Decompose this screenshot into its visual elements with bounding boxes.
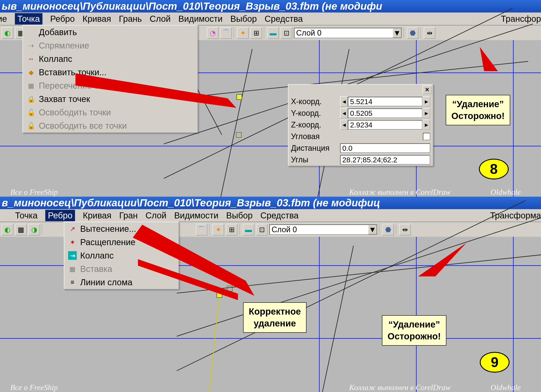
y-input[interactable]: 0.5205 bbox=[348, 109, 422, 118]
menu-lock-points[interactable]: 🔒Захват точек bbox=[23, 92, 198, 106]
layer-dropdown[interactable]: Слой 0 ▼ bbox=[294, 28, 402, 38]
dropdown-chevron-icon[interactable]: ▼ bbox=[393, 28, 401, 38]
delete-icon[interactable]: ⬣ bbox=[407, 27, 419, 39]
tool-icon[interactable]: ⌒ bbox=[196, 224, 207, 235]
tool-icon[interactable]: ⊞ bbox=[226, 224, 238, 235]
distance-value: 0.0 bbox=[340, 143, 430, 153]
tool-icon[interactable]: ▬ bbox=[267, 27, 279, 39]
collapse-icon: ↔ bbox=[27, 55, 35, 63]
tool-icon[interactable]: ◐ bbox=[2, 27, 13, 39]
distance-label: Дистанция bbox=[291, 144, 338, 153]
menu-split[interactable]: ✶Расщепление bbox=[64, 235, 178, 249]
tool-icon[interactable]: ▬ bbox=[243, 224, 254, 235]
menu-item[interactable]: Выбор bbox=[226, 211, 253, 220]
tool-icon[interactable]: ◑ bbox=[28, 224, 40, 235]
menu-item-active[interactable]: Точка bbox=[15, 13, 42, 25]
watermark-center: Коллаж выполнен в CorelDraw bbox=[349, 188, 451, 197]
tool-icon[interactable]: ▦ bbox=[15, 224, 27, 235]
titlebar-top: ыв_миноносец\Публикации\Пост_010\Теория_… bbox=[0, 0, 541, 12]
tool-icon[interactable]: ⊞ bbox=[250, 27, 262, 39]
layer-dropdown[interactable]: Слой 0 ▼ bbox=[269, 225, 377, 235]
coord-panel: ✕ X-коорд. ◀5.5214▶ Y-коорд. ◀0.5205▶ Z-… bbox=[288, 84, 433, 166]
callout-warn: “Удаление”Осторожно! bbox=[382, 315, 446, 346]
angles-value: 28.27;85.24;62.2 bbox=[340, 155, 430, 165]
unlock-icon: 🔓 bbox=[27, 121, 35, 130]
tool-icon[interactable]: ✦ bbox=[213, 224, 224, 235]
menu-item[interactable]: Средства bbox=[260, 211, 298, 220]
callout-warn: “Удаление”Осторожно! bbox=[446, 95, 510, 125]
menu-collapse[interactable]: ↔Коллапс bbox=[23, 52, 198, 66]
menu-crease[interactable]: ≡Линии слома bbox=[64, 276, 178, 289]
menu-unlock-all: 🔓Освободить все точки bbox=[23, 119, 198, 132]
menu-item[interactable]: Слой bbox=[146, 211, 166, 220]
menu-item-active[interactable]: Ребро bbox=[45, 210, 75, 221]
menu-item[interactable]: Грань bbox=[119, 14, 142, 24]
z-input[interactable]: 2.9234 bbox=[348, 120, 422, 130]
watermark-left: Все о FreeShip bbox=[10, 383, 58, 392]
menu-insert: ▦Вставка bbox=[64, 262, 178, 276]
panel-9: в_миноносец\Публикации\Пост_010\Теория_В… bbox=[0, 197, 541, 392]
tool-icon[interactable]: ◐ bbox=[2, 224, 13, 235]
layer-value: Слой 0 bbox=[296, 28, 322, 37]
tool-icon[interactable]: ◔ bbox=[207, 27, 218, 39]
corner-checkbox[interactable] bbox=[423, 133, 430, 140]
menu-item[interactable]: Трансформа bbox=[490, 211, 541, 220]
menu-item[interactable]: Ребро bbox=[50, 14, 75, 24]
angles-label: Углы bbox=[291, 155, 338, 164]
grid-icon: ▦ bbox=[27, 81, 35, 90]
menu-unlock-points: 🔓Освободить точки bbox=[23, 106, 198, 119]
spin-left-icon[interactable]: ◀ bbox=[340, 120, 348, 130]
control-point[interactable] bbox=[236, 94, 242, 100]
tool-icon[interactable]: ⊡ bbox=[256, 224, 268, 235]
badge-9: 9 bbox=[480, 352, 510, 373]
tool-icon[interactable]: ⇹ bbox=[399, 224, 411, 235]
tool-icon[interactable]: ⌒ bbox=[220, 27, 232, 39]
z-label: Z-коорд. bbox=[291, 120, 338, 129]
collapse-icon: ⇥ bbox=[68, 251, 77, 260]
close-icon[interactable]: ✕ bbox=[422, 85, 432, 94]
menu-item[interactable]: Трансфор bbox=[501, 14, 541, 24]
spin-right-icon[interactable]: ▶ bbox=[422, 96, 430, 107]
x-input[interactable]: 5.5214 bbox=[348, 97, 422, 106]
watermark-left: Все о FreeShip bbox=[10, 188, 58, 197]
control-point[interactable] bbox=[217, 292, 222, 298]
menu-rebro-dropdown: ↗Вытеснение... ✶Расщепление ⇥Коллапс ▦Вс… bbox=[64, 222, 179, 289]
menu-item[interactable]: Выбор bbox=[230, 14, 257, 24]
menu-tochka-dropdown: Добавить ⇢Спрямление ↔Коллапс ◆Вставить … bbox=[22, 25, 198, 133]
spin-left-icon[interactable]: ◀ bbox=[340, 108, 348, 118]
menubar-bottom: Точка Ребро Кривая Гран Слой Видимости В… bbox=[0, 209, 541, 222]
spin-left-icon[interactable]: ◀ bbox=[340, 96, 348, 107]
tool-icon[interactable]: ⇹ bbox=[424, 27, 435, 39]
menu-insert-points[interactable]: ◆Вставить точки... bbox=[23, 66, 198, 79]
dropdown-chevron-icon[interactable]: ▼ bbox=[368, 225, 377, 234]
spin-right-icon[interactable]: ▶ bbox=[422, 120, 430, 130]
tool-icon[interactable]: ⊡ bbox=[281, 27, 292, 39]
spin-right-icon[interactable]: ▶ bbox=[422, 108, 430, 118]
lock-icon: 🔒 bbox=[27, 95, 35, 103]
menu-item[interactable]: Видимости bbox=[174, 211, 218, 220]
menu-item[interactable]: Слой bbox=[150, 14, 171, 24]
menu-item[interactable]: Точка bbox=[15, 211, 37, 220]
menu-item[interactable]: Гран bbox=[119, 211, 138, 220]
tool-icon[interactable]: ✦ bbox=[237, 27, 249, 39]
diamond-icon: ◆ bbox=[27, 68, 35, 77]
control-point[interactable] bbox=[227, 286, 233, 291]
menu-item[interactable]: Кривая bbox=[83, 211, 111, 220]
menu-add[interactable]: Добавить bbox=[23, 26, 198, 39]
menu-intersection: ▦Пересечение слоев... bbox=[23, 79, 198, 92]
watermark-center: Коллаж выполнен в CorelDraw bbox=[349, 383, 451, 392]
unlock-icon: 🔓 bbox=[27, 108, 35, 117]
arrow-icon: ↗ bbox=[68, 225, 77, 233]
menu-collapse[interactable]: ⇥Коллапс bbox=[64, 249, 178, 262]
menu-item[interactable]: Средства bbox=[265, 14, 303, 24]
callout-correct: Корректноеудаление bbox=[243, 302, 307, 333]
menu-item[interactable]: ие bbox=[0, 14, 7, 24]
menu-item[interactable]: Видимости bbox=[178, 14, 223, 24]
delete-icon[interactable]: ⬣ bbox=[382, 224, 394, 235]
control-point[interactable] bbox=[236, 132, 242, 138]
menu-item[interactable]: Кривая bbox=[83, 14, 111, 24]
menu-extrude[interactable]: ↗Вытеснение... bbox=[64, 222, 178, 235]
arrow-icon: ⇢ bbox=[27, 41, 35, 50]
badge-8: 8 bbox=[479, 159, 509, 179]
corner-label: Угловая bbox=[291, 132, 338, 141]
